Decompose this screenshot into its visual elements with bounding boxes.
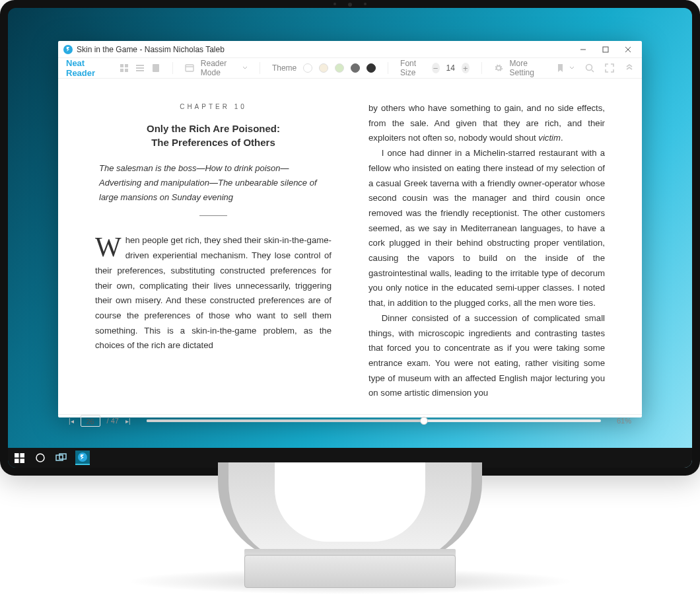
- left-column: CHAPTER 10 Only the Rich Are Poisoned: T…: [95, 101, 332, 401]
- svg-rect-17: [20, 453, 24, 458]
- list-view-icon[interactable]: [135, 63, 145, 73]
- font-size-label: Font Size: [400, 59, 425, 77]
- svg-rect-7: [125, 69, 128, 72]
- theme-group: Theme: [272, 63, 376, 73]
- window-minimize-button[interactable]: [572, 41, 594, 58]
- svg-rect-19: [20, 458, 24, 463]
- start-button[interactable]: [12, 451, 26, 465]
- page-total: / 47: [107, 417, 119, 425]
- theme-swatch-dark[interactable]: [367, 63, 376, 73]
- right-column: by others who have something to gain, an…: [368, 101, 605, 401]
- desktop-wallpaper: Skin in the Game - Nassim Nicholas Taleb…: [8, 8, 692, 468]
- library-view-buttons: [120, 63, 160, 73]
- reader-mode-label: Reader Mode: [201, 59, 236, 77]
- svg-rect-12: [186, 65, 193, 71]
- body-paragraph: Dinner consisted of a succession of comp…: [368, 311, 605, 401]
- neat-reader-window: Skin in the Game - Nassim Nicholas Taleb…: [58, 41, 642, 417]
- body-paragraph: by others who have something to gain, an…: [368, 101, 605, 146]
- theme-label: Theme: [272, 63, 297, 73]
- bookmark-icon[interactable]: [556, 63, 565, 73]
- cortana-search-button[interactable]: [33, 451, 48, 465]
- page-first-button[interactable]: |◂: [69, 417, 74, 425]
- svg-rect-5: [125, 64, 128, 67]
- theme-swatch-green[interactable]: [335, 63, 344, 73]
- svg-point-14: [586, 65, 592, 71]
- app-brand[interactable]: Neat Reader: [66, 58, 108, 78]
- monitor-bezel: Skin in the Game - Nassim Nicholas Taleb…: [0, 0, 700, 476]
- drop-cap: W: [95, 233, 125, 260]
- theme-swatch-grey[interactable]: [351, 63, 360, 73]
- more-setting-label: More Setting: [510, 59, 544, 77]
- font-size-increase-button[interactable]: +: [462, 63, 470, 73]
- theme-swatch-white[interactable]: [303, 63, 312, 73]
- progress-slider[interactable]: [147, 419, 601, 422]
- reader-content: CHAPTER 10 Only the Rich Are Poisoned: T…: [58, 79, 642, 414]
- svg-line-15: [592, 70, 594, 72]
- window-title: Skin in the Game - Nassim Nicholas Taleb: [77, 45, 225, 54]
- more-setting-button[interactable]: More Setting: [494, 59, 544, 77]
- camera-cluster: [324, 3, 376, 7]
- font-size-value: 14: [446, 63, 455, 73]
- body-paragraph: I once had dinner in a Michelin-starred …: [368, 146, 605, 311]
- svg-rect-11: [153, 64, 159, 72]
- reader-mode-dropdown[interactable]: Reader Mode: [185, 59, 248, 77]
- fullscreen-icon[interactable]: [605, 63, 614, 73]
- grid-view-icon[interactable]: [120, 63, 129, 73]
- task-view-button[interactable]: [54, 451, 69, 465]
- collapse-up-icon[interactable]: [625, 63, 634, 73]
- svg-rect-1: [603, 47, 608, 52]
- progress-percent: 61%: [617, 417, 631, 425]
- chevron-down-icon: [242, 65, 248, 71]
- app-toolbar: Neat Reader: [58, 58, 642, 79]
- svg-rect-6: [120, 69, 123, 72]
- window-titlebar: Skin in the Game - Nassim Nicholas Taleb: [58, 41, 642, 58]
- search-icon[interactable]: [585, 63, 594, 73]
- chevron-down-icon[interactable]: [569, 65, 575, 71]
- page-next-button[interactable]: ▸|: [125, 417, 131, 425]
- app-logo-icon: [63, 45, 73, 54]
- font-size-decrease-button[interactable]: −: [432, 63, 440, 73]
- reader-footer: |◂ 26 / 47 ▸| 61%: [58, 414, 642, 427]
- font-size-group: Font Size − 14 +: [400, 59, 470, 77]
- svg-point-20: [36, 454, 44, 462]
- svg-rect-16: [15, 453, 19, 458]
- window-close-button[interactable]: [617, 41, 639, 58]
- svg-rect-4: [120, 64, 123, 67]
- current-page-input[interactable]: 26: [81, 415, 100, 427]
- monitor-stand: [205, 462, 495, 595]
- body-paragraph: When people get rich, they shed their sk…: [95, 233, 332, 353]
- reader-mode-icon: [185, 63, 194, 73]
- chapter-epigraph: The salesman is the boss—How to drink po…: [99, 161, 328, 205]
- gear-icon: [494, 63, 503, 73]
- divider: [199, 215, 227, 216]
- neat-reader-taskbar-icon[interactable]: [75, 451, 90, 465]
- window-maximize-button[interactable]: [594, 41, 617, 58]
- column-view-icon[interactable]: [151, 63, 160, 73]
- chapter-title: Only the Rich Are Poisoned: The Preferen…: [95, 122, 332, 149]
- theme-swatch-sepia[interactable]: [319, 63, 328, 73]
- chapter-label: CHAPTER 10: [95, 101, 332, 112]
- svg-rect-18: [15, 458, 19, 463]
